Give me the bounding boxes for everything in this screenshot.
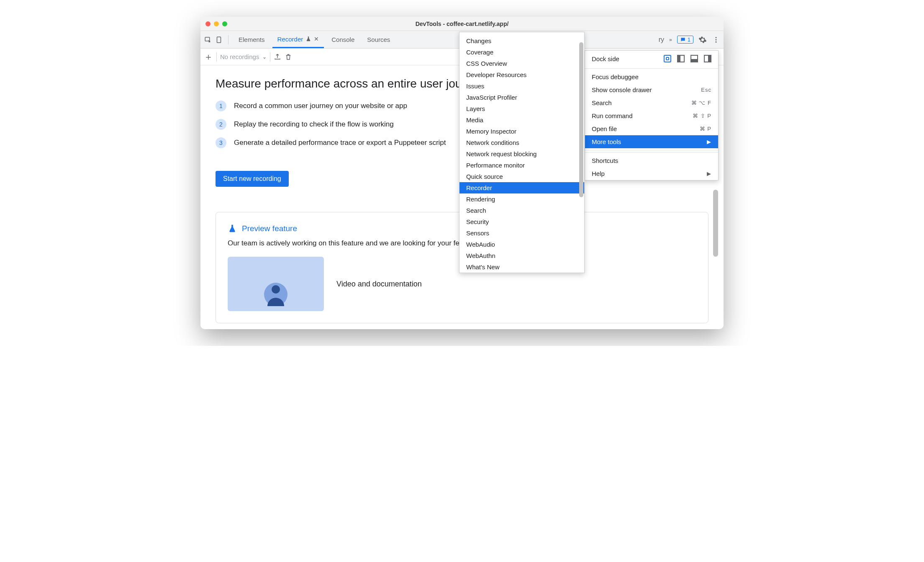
- submenu-item-label: Media: [466, 116, 483, 124]
- tab-label: Elements: [239, 36, 265, 43]
- svg-point-7: [272, 285, 280, 294]
- menu-item-open-file[interactable]: Open file⌘ P: [585, 122, 718, 135]
- inspect-element-icon[interactable]: [204, 36, 212, 44]
- submenu-item-layers[interactable]: Layers: [459, 103, 584, 114]
- tab-sources[interactable]: Sources: [362, 31, 395, 48]
- main-context-menu: Dock side Focus debuggeeShow console dra…: [585, 50, 719, 180]
- submenu-item-security[interactable]: Security: [459, 216, 584, 227]
- submenu-item-changes[interactable]: Changes: [459, 35, 584, 46]
- start-new-recording-button[interactable]: Start new recording: [216, 171, 289, 187]
- devtools-window: DevTools - coffee-cart.netlify.app/ Elem…: [200, 17, 724, 329]
- submenu-item-label: Memory Inspector: [466, 128, 516, 135]
- issues-badge[interactable]: 1: [677, 36, 693, 44]
- flask-icon: [228, 224, 237, 233]
- menu-item-help[interactable]: Help▶: [585, 167, 718, 180]
- menu-item-label: More tools: [592, 138, 621, 145]
- tab-close-icon[interactable]: ✕: [314, 36, 319, 42]
- submenu-item-issues[interactable]: Issues: [459, 80, 584, 92]
- submenu-item-javascript-profiler[interactable]: JavaScript Profiler: [459, 92, 584, 103]
- step-number: 2: [216, 119, 226, 130]
- tab-console[interactable]: Console: [326, 31, 359, 48]
- menu-divider: [585, 152, 718, 152]
- separator: [216, 52, 217, 62]
- dock-undock-icon[interactable]: [664, 55, 671, 62]
- svg-point-2: [716, 37, 717, 38]
- tab-label: Console: [331, 36, 354, 43]
- menu-item-shortcut: ▶: [707, 170, 711, 177]
- step-text: Generate a detailed performance trace or…: [234, 139, 446, 147]
- dock-left-icon[interactable]: [677, 55, 685, 62]
- scrollbar-thumb[interactable]: [713, 190, 718, 257]
- scrollbar-thumb[interactable]: [579, 42, 583, 197]
- submenu-item-webauthn[interactable]: WebAuthn: [459, 250, 584, 261]
- menu-item-search[interactable]: Search⌘ ⌥ F: [585, 96, 718, 109]
- new-recording-icon[interactable]: ＋: [204, 51, 213, 63]
- flask-icon: [305, 36, 311, 42]
- submenu-item-media[interactable]: Media: [459, 114, 584, 126]
- submenu-item-performance-monitor[interactable]: Performance monitor: [459, 160, 584, 171]
- svg-point-4: [716, 41, 717, 42]
- menu-item-label: Focus debuggee: [592, 73, 639, 80]
- dock-right-icon[interactable]: [704, 55, 711, 62]
- menu-item-label: Open file: [592, 125, 617, 132]
- menu-item-shortcuts[interactable]: Shortcuts: [585, 154, 718, 167]
- menu-item-more-tools[interactable]: More tools▶: [585, 135, 718, 148]
- menu-item-label: Run command: [592, 112, 633, 119]
- submenu-item-sensors[interactable]: Sensors: [459, 227, 584, 239]
- submenu-item-animations[interactable]: Animations: [459, 32, 584, 35]
- scrollbar: [579, 35, 583, 270]
- submenu-item-label: CSS Overview: [466, 60, 507, 67]
- recordings-dropdown[interactable]: No recordings ⌄: [220, 53, 267, 60]
- submenu-item-webaudio[interactable]: WebAudio: [459, 239, 584, 250]
- menu-item-label: Help: [592, 170, 605, 177]
- settings-gear-icon[interactable]: [698, 36, 707, 44]
- device-toolbar-icon[interactable]: [215, 36, 223, 44]
- svg-rect-0: [205, 37, 210, 41]
- submenu-item-label: JavaScript Profiler: [466, 94, 517, 101]
- more-tabs-chevron-icon[interactable]: »: [669, 37, 672, 43]
- menu-item-focus-debuggee[interactable]: Focus debuggee: [585, 70, 718, 83]
- tab-overflow-text: ry: [659, 36, 664, 44]
- submenu-item-css-overview[interactable]: CSS Overview: [459, 58, 584, 69]
- submenu-item-label: Network request blocking: [466, 150, 536, 157]
- submenu-item-label: What's New: [466, 263, 500, 271]
- menu-item-shortcut: ⌘ P: [700, 126, 711, 132]
- kebab-menu-icon[interactable]: [712, 36, 720, 44]
- delete-icon[interactable]: [285, 53, 292, 61]
- submenu-item-label: Sensors: [466, 229, 489, 237]
- step-text: Record a common user journey on your web…: [234, 102, 407, 110]
- tab-recorder[interactable]: Recorder ✕: [272, 31, 324, 48]
- svg-rect-1: [217, 37, 221, 43]
- submenu-item-coverage[interactable]: Coverage: [459, 46, 584, 58]
- dock-side-label: Dock side: [592, 55, 619, 62]
- submenu-item-rendering[interactable]: Rendering: [459, 193, 584, 205]
- submenu-item-recorder[interactable]: Recorder: [459, 182, 584, 193]
- submenu-item-label: Security: [466, 218, 489, 225]
- submenu-item-network-conditions[interactable]: Network conditions: [459, 137, 584, 148]
- menu-item-shortcut: ⌘ ⇧ P: [693, 113, 711, 119]
- menu-item-show-console-drawer[interactable]: Show console drawerEsc: [585, 83, 718, 96]
- export-icon[interactable]: [274, 53, 281, 61]
- menu-item-label: Show console drawer: [592, 86, 652, 93]
- menu-item-label: Search: [592, 99, 612, 106]
- submenu-item-label: Coverage: [466, 49, 493, 56]
- video-label: Video and documentation: [336, 280, 422, 289]
- step-number: 3: [216, 137, 226, 148]
- menu-divider: [585, 150, 718, 150]
- submenu-item-memory-inspector[interactable]: Memory Inspector: [459, 126, 584, 137]
- submenu-item-developer-resources[interactable]: Developer Resources: [459, 69, 584, 80]
- menu-item-run-command[interactable]: Run command⌘ ⇧ P: [585, 109, 718, 122]
- submenu-item-label: Search: [466, 207, 486, 214]
- video-thumbnail[interactable]: [228, 257, 324, 311]
- tab-elements[interactable]: Elements: [234, 31, 270, 48]
- submenu-item-label: Quick source: [466, 173, 503, 180]
- submenu-item-what-s-new[interactable]: What's New: [459, 261, 584, 273]
- dock-side-row: Dock side: [585, 51, 718, 67]
- submenu-item-search[interactable]: Search: [459, 205, 584, 216]
- submenu-item-quick-source[interactable]: Quick source: [459, 171, 584, 182]
- dock-bottom-icon[interactable]: [690, 55, 698, 62]
- submenu-item-network-request-blocking[interactable]: Network request blocking: [459, 148, 584, 160]
- preview-title: Preview feature: [242, 224, 297, 233]
- step-text: Replay the recording to check if the flo…: [234, 120, 394, 129]
- menu-item-shortcut: ⌘ ⌥ F: [691, 100, 711, 106]
